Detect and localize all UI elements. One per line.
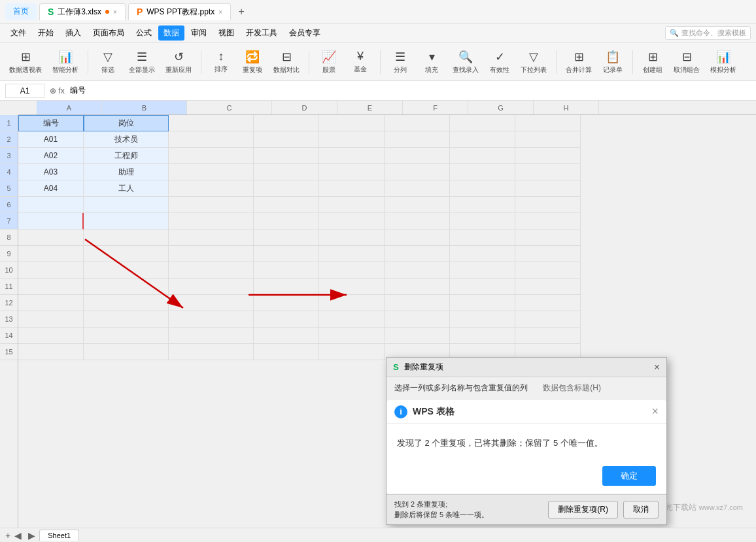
- cell-D8[interactable]: [254, 229, 319, 246]
- cell-B7[interactable]: [84, 213, 169, 229]
- cell-E14[interactable]: [319, 328, 385, 344]
- cell-C1[interactable]: [169, 115, 254, 131]
- cell-G2[interactable]: [450, 131, 515, 148]
- cell-F6[interactable]: [385, 197, 450, 213]
- tool-duplicate[interactable]: 🔁 重复项: [238, 47, 267, 77]
- tool-filter[interactable]: ▽ 筛选: [94, 47, 122, 77]
- cell-F5[interactable]: [385, 180, 450, 197]
- info-close-btn[interactable]: ×: [651, 405, 659, 418]
- cell-A4[interactable]: A03: [18, 164, 84, 180]
- cell-G4[interactable]: [450, 164, 515, 180]
- tool-split-col[interactable]: ☰ 分列: [386, 47, 415, 77]
- col-header-D[interactable]: D: [272, 101, 337, 114]
- cell-C8[interactable]: [169, 229, 254, 246]
- row-header-5[interactable]: 5: [0, 180, 18, 197]
- row-header-6[interactable]: 6: [0, 197, 18, 213]
- sheet-nav-prev[interactable]: ◀: [14, 530, 22, 541]
- cell-C14[interactable]: [169, 328, 254, 344]
- row-header-2[interactable]: 2: [0, 131, 18, 148]
- cell-F14[interactable]: [385, 328, 450, 344]
- confirm-button[interactable]: 确定: [602, 466, 656, 486]
- cell-F2[interactable]: [385, 131, 450, 148]
- cell-E3[interactable]: [319, 148, 385, 164]
- cell-F12[interactable]: [385, 295, 450, 311]
- delete-dup-close-btn[interactable]: ×: [654, 362, 660, 373]
- tool-sort[interactable]: ↕ 排序: [207, 47, 235, 76]
- cell-F1[interactable]: [385, 115, 450, 131]
- menu-start[interactable]: 开始: [33, 25, 59, 41]
- cell-A8[interactable]: [18, 229, 84, 246]
- cell-D13[interactable]: [254, 311, 319, 328]
- cell-H5[interactable]: [515, 180, 581, 197]
- cell-F4[interactable]: [385, 164, 450, 180]
- cell-F9[interactable]: [385, 246, 450, 262]
- cell-A13[interactable]: [18, 311, 84, 328]
- cell-A7[interactable]: [18, 213, 84, 229]
- cell-B14[interactable]: [84, 328, 169, 344]
- sheet-tab-1[interactable]: Sheet1: [39, 530, 79, 541]
- cell-A5[interactable]: A04: [18, 180, 84, 197]
- cell-D9[interactable]: [254, 246, 319, 262]
- row-header-4[interactable]: 4: [0, 164, 18, 180]
- cell-A3[interactable]: A02: [18, 148, 84, 164]
- cell-B11[interactable]: [84, 279, 169, 295]
- tool-merge-calc[interactable]: ⊞ 合并计算: [562, 47, 596, 77]
- cell-C5[interactable]: [169, 180, 254, 197]
- tool-smart-analysis[interactable]: 📊 智能分析: [48, 47, 82, 77]
- cell-D10[interactable]: [254, 262, 319, 279]
- tool-create-group[interactable]: ⊞ 创建组: [638, 47, 667, 77]
- cell-B5[interactable]: 工人: [84, 180, 169, 197]
- cell-C11[interactable]: [169, 279, 254, 295]
- cell-G11[interactable]: [450, 279, 515, 295]
- cell-G8[interactable]: [450, 229, 515, 246]
- cell-A2[interactable]: A01: [18, 131, 84, 148]
- cell-F7[interactable]: [385, 213, 450, 229]
- tool-data-compare[interactable]: ⊟ 数据对比: [269, 47, 303, 77]
- delete-duplicates-button[interactable]: 删除重复项(R): [548, 501, 618, 518]
- cell-C10[interactable]: [169, 262, 254, 279]
- col-header-B[interactable]: B: [102, 101, 187, 114]
- cell-D14[interactable]: [254, 328, 319, 344]
- cell-A14[interactable]: [18, 328, 84, 344]
- cell-D1[interactable]: [254, 115, 319, 131]
- cell-E8[interactable]: [319, 229, 385, 246]
- cell-E12[interactable]: [319, 295, 385, 311]
- cell-A6[interactable]: [18, 197, 84, 213]
- tool-find-record[interactable]: 🔍 查找录入: [449, 47, 483, 77]
- cell-H13[interactable]: [515, 311, 581, 328]
- cell-reference-input[interactable]: [5, 84, 44, 98]
- cell-F11[interactable]: [385, 279, 450, 295]
- formula-input[interactable]: [70, 86, 751, 95]
- cell-C9[interactable]: [169, 246, 254, 262]
- cell-E6[interactable]: [319, 197, 385, 213]
- cell-E10[interactable]: [319, 262, 385, 279]
- cell-F13[interactable]: [385, 311, 450, 328]
- menu-formula[interactable]: 公式: [131, 25, 157, 41]
- tool-fill[interactable]: ▾ 填充: [417, 47, 446, 77]
- cell-E2[interactable]: [319, 131, 385, 148]
- cell-H9[interactable]: [515, 246, 581, 262]
- cell-D12[interactable]: [254, 295, 319, 311]
- menu-page-layout[interactable]: 页面布局: [88, 25, 129, 41]
- cell-H10[interactable]: [515, 262, 581, 279]
- cell-A9[interactable]: [18, 246, 84, 262]
- tool-ungroup[interactable]: ⊟ 取消组合: [670, 47, 704, 77]
- cell-A15[interactable]: [18, 344, 84, 360]
- cell-C2[interactable]: [169, 131, 254, 148]
- cell-A12[interactable]: [18, 295, 84, 311]
- cell-G9[interactable]: [450, 246, 515, 262]
- cell-A10[interactable]: [18, 262, 84, 279]
- cell-H1[interactable]: [515, 115, 581, 131]
- cell-E11[interactable]: [319, 279, 385, 295]
- cell-F8[interactable]: [385, 229, 450, 246]
- cell-G7[interactable]: [450, 213, 515, 229]
- cell-H8[interactable]: [515, 229, 581, 246]
- cell-E13[interactable]: [319, 311, 385, 328]
- tool-validity[interactable]: ✓ 有效性: [485, 47, 514, 77]
- cell-F10[interactable]: [385, 262, 450, 279]
- cell-G1[interactable]: [450, 115, 515, 131]
- cell-D7[interactable]: [254, 213, 319, 229]
- cell-E9[interactable]: [319, 246, 385, 262]
- cancel-button[interactable]: 取消: [623, 501, 659, 518]
- menu-insert[interactable]: 插入: [60, 25, 86, 41]
